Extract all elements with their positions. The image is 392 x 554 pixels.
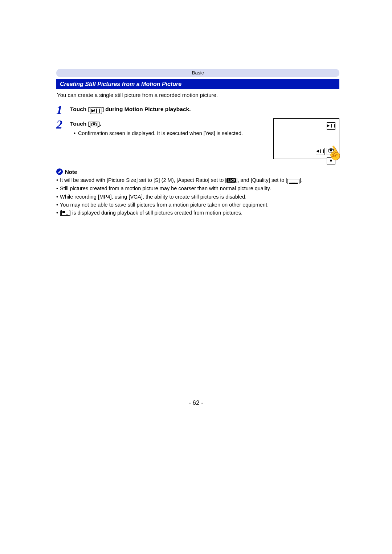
rewind-icon: ◀❙❙ [316, 148, 324, 155]
motion-still-icon [61, 210, 69, 216]
text: ]. [98, 121, 101, 127]
text: Touch [ [70, 121, 90, 127]
section-title: Creating Still Pictures from a Motion Pi… [56, 79, 339, 89]
step-1-instruction: Touch [▶/❙❙] during Motion Picture playb… [70, 106, 191, 112]
intro-text: You can create a single still picture fr… [57, 91, 339, 99]
step-number: 1 [56, 104, 70, 116]
play-pause-icon: ▶❙❙ [327, 122, 335, 130]
step-1: 1 Touch [▶/❙❙] during Motion Picture pla… [56, 104, 339, 116]
manual-page: Basic Creating Still Pictures from a Mot… [56, 69, 339, 217]
text: ] is displayed during playback of still … [69, 210, 242, 216]
step-number: 2 [56, 118, 70, 131]
note-item: You may not be able to save still pictur… [60, 201, 339, 208]
step-2-sub: •Confirmation screen is displayed. It is… [74, 130, 266, 136]
step-2-instruction: Touch [ ]. [70, 121, 101, 127]
text: ]. [299, 177, 302, 183]
text: ] during Motion Picture playback. [102, 106, 191, 112]
note-header: Note [56, 168, 339, 175]
note-item: It will be saved with [Picture Size] set… [60, 176, 339, 184]
text: Touch [ [70, 106, 90, 112]
note-label: Note [65, 169, 77, 175]
chapter-pill: Basic [56, 69, 339, 77]
page-number: - 62 - [0, 399, 392, 407]
text: ], and [Quality] set to [ [236, 177, 287, 183]
camera-icon [90, 122, 98, 128]
svg-point-2 [93, 124, 95, 126]
play-pause-icon: ▶/❙❙ [90, 107, 102, 114]
aspect-ratio-badge: 16:9 [226, 178, 236, 183]
step-2: 2 Touch [ ]. •Confirmation screen is dis… [56, 118, 266, 137]
quality-standard-icon: ▂▂▂ [287, 179, 299, 184]
playback-screen-illustration: ▶❙❙ ◀❙❙ ■ ☝ [273, 118, 339, 159]
note-icon [56, 168, 63, 175]
note-item: Still pictures created from a motion pic… [60, 185, 339, 192]
note-item: While recording [MP4], using [VGA], the … [60, 193, 339, 200]
note-list: • It will be saved with [Picture Size] s… [56, 176, 339, 216]
note-item: [] is displayed during playback of still… [60, 209, 339, 216]
text: It will be saved with [Picture Size] set… [60, 177, 226, 183]
text: Confirmation screen is displayed. It is … [78, 130, 243, 136]
